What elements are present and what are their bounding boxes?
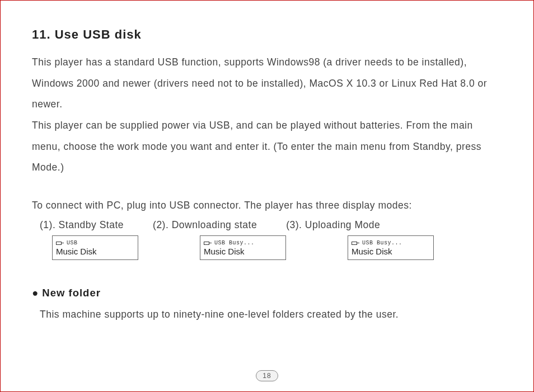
displays-row: USB Music Disk USB Busy... Music Disk US… (52, 235, 502, 260)
mode-label-3: (3). Uploading Mode (286, 219, 380, 231)
paragraph-1: This player has a standard USB function,… (32, 52, 502, 115)
usb-icon (204, 241, 213, 245)
display-top-text-3: USB Busy... (362, 240, 402, 246)
display-box-downloading: USB Busy... Music Disk (200, 235, 286, 260)
display-bottom-1: Music Disk (56, 247, 134, 256)
display-top-2: USB Busy... (204, 240, 282, 246)
paragraph-3: To connect with PC, plug into USB connec… (32, 195, 502, 216)
usb-icon (56, 241, 65, 245)
mode-label-2: (2). Downloading state (153, 219, 257, 231)
display-bottom-2: Music Disk (204, 247, 282, 256)
display-top-text-1: USB (67, 240, 78, 246)
modes-labels-row: (1). Standby State (2). Downloading stat… (40, 219, 502, 231)
paragraph-2: This player can be supplied power via US… (32, 115, 502, 178)
manual-page: 11. Use USB disk This player has a stand… (0, 0, 534, 392)
new-folder-heading: ● New folder (32, 287, 502, 299)
display-top-1: USB (56, 240, 134, 246)
usb-icon (352, 241, 360, 245)
section-title: 11. Use USB disk (32, 27, 502, 42)
page-number-badge: 18 (256, 370, 278, 381)
display-box-standby: USB Music Disk (52, 235, 138, 260)
display-box-uploading: USB Busy... Music Disk (348, 235, 434, 260)
display-top-text-2: USB Busy... (214, 240, 255, 246)
mode-label-1: (1). Standby State (40, 219, 124, 231)
display-bottom-3: Music Disk (352, 247, 430, 256)
new-folder-text: This machine supports up to ninety-nine … (40, 305, 502, 324)
display-top-3: USB Busy... (352, 240, 430, 246)
